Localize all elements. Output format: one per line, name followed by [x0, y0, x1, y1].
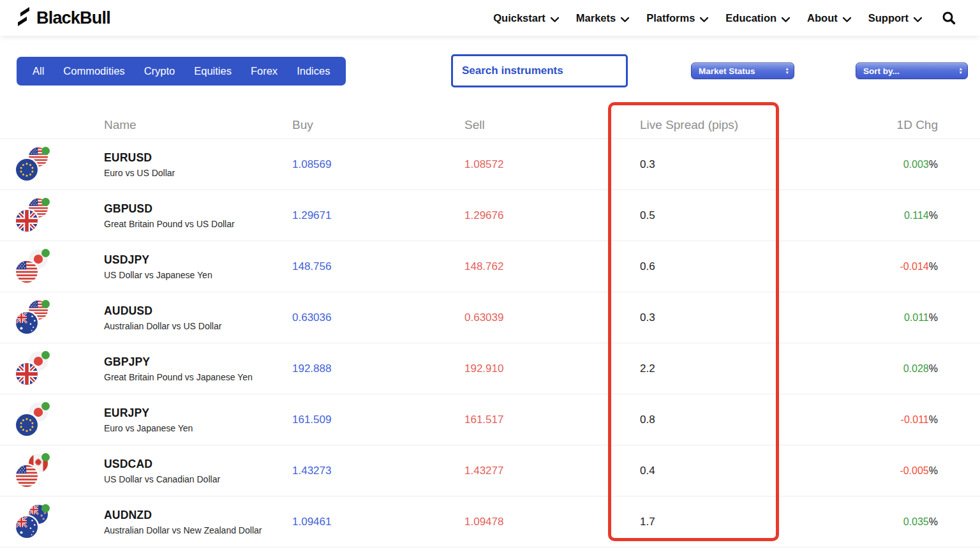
- buy-price: 1.29671: [292, 209, 464, 222]
- sell-price: 1.29676: [464, 209, 640, 222]
- currency-pair-flags: [16, 301, 50, 334]
- market-open-dot: [41, 351, 50, 359]
- live-spread: 2.2: [640, 362, 787, 375]
- change-value: 0.035: [903, 516, 929, 527]
- table-row[interactable]: GBPJPY Great Britain Pound vs Japanese Y…: [0, 343, 980, 394]
- select-updown-arrows-icon: ▲▼: [959, 67, 963, 74]
- chevron-down-icon: [700, 13, 708, 25]
- nav-item-about[interactable]: About: [807, 11, 851, 25]
- percent-sign: %: [929, 312, 938, 323]
- currency-pair-flags: [16, 250, 50, 283]
- live-spread: 0.6: [640, 260, 787, 273]
- base-currency-flag-icon: [16, 312, 38, 334]
- main-nav: Quickstart Markets Platforms Education A…: [493, 11, 956, 25]
- header-change: 1D Chg: [897, 118, 980, 132]
- header-spread: Live Spread (pips): [640, 118, 787, 132]
- nav-item-support[interactable]: Support: [868, 11, 922, 25]
- change-value: -0.011: [901, 414, 929, 425]
- table-row[interactable]: USDJPY US Dollar vs Japanese Yen 148.756…: [0, 241, 980, 292]
- instrument-rows: EURUSD Euro vs US Dollar 1.08569 1.08572…: [0, 139, 980, 548]
- chevron-down-icon: [843, 13, 851, 25]
- page: BlackBull Quickstart Markets Platforms E…: [0, 0, 980, 552]
- tab-forex[interactable]: Forex: [241, 65, 287, 77]
- nav-label: Markets: [576, 12, 616, 24]
- base-currency-flag-icon: [16, 516, 38, 538]
- sell-price: 192.910: [464, 362, 640, 375]
- sort-by-select[interactable]: Sort by... ▲▼: [856, 63, 968, 79]
- change-value: 0.003: [903, 159, 929, 170]
- market-open-dot: [41, 147, 50, 155]
- instrument-description: Great Britain Pound vs US Dollar: [104, 219, 292, 229]
- instrument-description: US Dollar vs Japanese Yen: [104, 270, 292, 280]
- sell-price: 161.517: [464, 414, 640, 426]
- header-buy: Buy: [292, 118, 464, 132]
- market-open-dot: [41, 453, 50, 461]
- table-row[interactable]: EURUSD Euro vs US Dollar 1.08569 1.08572…: [0, 139, 980, 190]
- chevron-down-icon: [782, 13, 790, 25]
- tab-all[interactable]: All: [23, 65, 54, 77]
- live-spread: 0.3: [640, 158, 787, 171]
- market-status-select[interactable]: Market Status ▲▼: [691, 63, 794, 79]
- nav-label: About: [807, 12, 838, 24]
- tab-commodities[interactable]: Commodities: [54, 65, 134, 77]
- asset-class-tabs: All Commodities Crypto Equities Forex In…: [17, 57, 346, 86]
- daily-change: 0.003%: [903, 159, 980, 170]
- table-row[interactable]: USDCAD US Dollar vs Canadian Dollar 1.43…: [0, 445, 980, 496]
- change-value: -0.014: [900, 261, 928, 272]
- sell-price: 1.43277: [464, 465, 640, 477]
- tab-crypto[interactable]: Crypto: [135, 65, 185, 77]
- live-spread: 0.3: [640, 311, 787, 324]
- daily-change: 0.114%: [904, 210, 980, 221]
- site-header: BlackBull Quickstart Markets Platforms E…: [0, 0, 980, 36]
- instrument-description: Euro vs Japanese Yen: [104, 423, 292, 433]
- live-spread: 0.8: [640, 414, 787, 426]
- search-icon[interactable]: [942, 11, 956, 25]
- header-sell: Sell: [464, 118, 640, 132]
- nav-item-markets[interactable]: Markets: [576, 11, 629, 25]
- percent-sign: %: [929, 414, 938, 425]
- currency-pair-flags: [16, 505, 50, 539]
- nav-item-platforms[interactable]: Platforms: [646, 11, 708, 25]
- instrument-description: Australian Dollar vs New Zealand Dollar: [104, 525, 292, 535]
- search-instruments-input[interactable]: [453, 56, 626, 86]
- table-row[interactable]: AUDUSD Australian Dollar vs US Dollar 0.…: [0, 292, 980, 343]
- tab-equities[interactable]: Equities: [184, 65, 241, 77]
- nav-item-quickstart[interactable]: Quickstart: [493, 11, 559, 25]
- instrument-description: Euro vs US Dollar: [104, 168, 292, 178]
- table-row[interactable]: GBPUSD Great Britain Pound vs US Dollar …: [0, 190, 980, 241]
- instrument-symbol: EURJPY: [104, 407, 292, 420]
- chevron-down-icon: [621, 13, 629, 25]
- instrument-description: US Dollar vs Canadian Dollar: [104, 474, 292, 484]
- nav-item-education[interactable]: Education: [725, 11, 790, 25]
- table-row[interactable]: EURJPY Euro vs Japanese Yen 161.509 161.…: [0, 394, 980, 445]
- tab-indices[interactable]: Indices: [287, 65, 339, 77]
- buy-price: 192.888: [292, 362, 464, 375]
- brand-logo[interactable]: BlackBull: [17, 7, 110, 29]
- daily-change: 0.011%: [904, 312, 980, 324]
- buy-price: 1.43273: [292, 465, 464, 477]
- chevron-down-icon: [914, 13, 922, 25]
- currency-pair-flags: [16, 403, 50, 436]
- instrument-symbol: USDCAD: [104, 458, 292, 471]
- buy-price: 148.756: [292, 260, 464, 273]
- table-row[interactable]: AUDNZD Australian Dollar vs New Zealand …: [0, 496, 980, 548]
- currency-pair-flags: [16, 147, 50, 181]
- select-updown-arrows-icon: ▲▼: [785, 67, 789, 74]
- buy-price: 161.509: [292, 414, 464, 426]
- sell-price: 1.09478: [464, 516, 640, 528]
- daily-change: 0.028%: [903, 363, 980, 375]
- percent-sign: %: [929, 210, 938, 221]
- table-header-row: Name Buy Sell Live Spread (pips) 1D Chg: [0, 102, 980, 139]
- change-value: 0.011: [904, 312, 929, 323]
- base-currency-flag-icon: [16, 465, 38, 487]
- instrument-symbol: GBPUSD: [104, 202, 292, 216]
- percent-sign: %: [929, 159, 938, 170]
- chevron-down-icon: [551, 13, 559, 25]
- change-value: 0.028: [903, 363, 929, 374]
- buy-price: 0.63036: [292, 311, 464, 324]
- search-instruments-box: [451, 54, 628, 87]
- brand-name: BlackBull: [36, 8, 110, 28]
- instrument-symbol: AUDUSD: [104, 304, 292, 318]
- sort-by-label: Sort by...: [863, 66, 900, 76]
- bolt-logo-icon: [17, 7, 31, 29]
